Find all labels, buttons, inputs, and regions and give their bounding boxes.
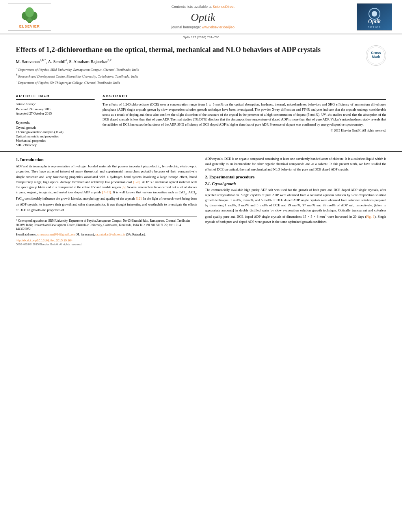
intro-paragraph-1: ADP and its isomorphs is representative … <box>16 164 197 213</box>
main-content: 1. Introduction ADP and its isomorphs is… <box>0 152 402 250</box>
svg-point-8 <box>372 11 377 17</box>
doi-line: Optik 127 (2016) 781–786 <box>0 34 402 39</box>
keyword-2: Thermogravimetric analysis (TGA) <box>16 130 95 134</box>
keywords-label: Keywords: <box>16 120 95 124</box>
intro-section-title: 1. Introduction <box>16 157 197 162</box>
keyword-4: Mechanical properties <box>16 139 95 143</box>
journal-name: Optik <box>191 11 215 24</box>
exp-section-title: 2. Experimental procedure <box>205 174 386 179</box>
elsevier-label: ELSEVIER <box>19 24 40 28</box>
fig1-link[interactable]: Fig. 1 <box>366 214 374 218</box>
body-left-col: 1. Introduction ADP and its isomorphs is… <box>16 156 197 246</box>
article-info-header: ARTICLE INFO <box>16 94 95 100</box>
science-direct-link[interactable]: ScienceDirect <box>213 5 235 9</box>
journal-homepage-line: journal homepage: www.elsevier.de/ijleo <box>171 25 234 29</box>
ref-link-12[interactable]: [12] <box>136 196 141 200</box>
email1-link[interactable]: srmsaravanan2014@gmail.com <box>37 233 75 236</box>
ref-link-7-11[interactable]: [7–11] <box>102 190 111 194</box>
article-header: Effects of 1,2-dichloroethane on the opt… <box>0 39 402 90</box>
keyword-3: Optical materials and properties <box>16 134 95 138</box>
abstract-header: ABSTRACT <box>102 94 386 100</box>
page: 🌿 ELSEVIER Contents lists available at S… <box>0 0 402 532</box>
crystal-growth-subsection: 2.1. Crystal growth <box>205 182 386 186</box>
elsevier-tree-icon: 🌿 <box>18 6 41 24</box>
divider <box>16 118 47 118</box>
article-history-label: Article history: <box>16 102 95 106</box>
optik-logo-box: Optik OPTICS <box>355 3 394 31</box>
crossmark-icon: Cross Mark <box>367 46 385 65</box>
svg-text:Mark: Mark <box>372 55 380 59</box>
email-note: E-mail addresses: srmsaravanan2014@gmail… <box>16 233 197 237</box>
abstract-col: ABSTRACT The effects of 1,2-Dichloroetha… <box>102 94 386 147</box>
issn-line: 0030-4026/© 2015 Elsevier GmbH. All righ… <box>16 243 197 246</box>
footnote-section: * Corresponding author at: SRM Universit… <box>16 217 197 246</box>
copyright-line: © 2015 Elsevier GmbH. All rights reserve… <box>102 129 386 132</box>
corresponding-author-note: * Corresponding author at: SRM Universit… <box>16 219 197 232</box>
keyword-1: Crystal growth <box>16 126 95 130</box>
body-right-col: ADP crystals. DCE is an organic compound… <box>205 156 386 246</box>
svg-text:Cross: Cross <box>371 51 381 55</box>
elsevier-logo-box: 🌿 ELSEVIER <box>8 3 51 31</box>
ref-link-6[interactable]: [6] <box>122 185 126 189</box>
email2-link[interactable]: sa_rajsekar@yahoo.co.in <box>95 233 125 236</box>
optik-logo-svg: Optik OPTICS <box>357 4 392 30</box>
affiliations: a Department of Physics, SRM University,… <box>16 66 358 85</box>
journal-homepage-link[interactable]: www.elsevier.de/ijleo <box>202 25 234 29</box>
crossmark-badge: Cross Mark <box>366 45 386 66</box>
keyword-5: SHG efficiency <box>16 143 95 147</box>
svg-text:🌿: 🌿 <box>28 21 31 24</box>
svg-text:OPTICS: OPTICS <box>368 26 381 28</box>
received-date: Received 24 January 2015 <box>16 107 95 111</box>
accepted-date: Accepted 27 October 2015 <box>16 111 95 115</box>
article-title: Effects of 1,2-dichloroethane on the opt… <box>16 45 323 54</box>
svg-point-4 <box>25 7 34 17</box>
authors-line: M. Saravanana,b,*, A. Senthila, S. Abrah… <box>16 58 358 64</box>
article-info-col: ARTICLE INFO Article history: Received 2… <box>16 94 95 147</box>
svg-text:Optik: Optik <box>368 19 381 24</box>
article-info-abstract-section: ARTICLE INFO Article history: Received 2… <box>0 90 402 152</box>
journal-header: 🌿 ELSEVIER Contents lists available at S… <box>0 0 402 33</box>
abstract-text: The effects of 1,2-Dichloroethane (DCE) … <box>102 102 386 127</box>
crystal-growth-paragraph: The commercially available high purity A… <box>205 187 386 224</box>
journal-center: Contents lists available at ScienceDirec… <box>51 3 355 31</box>
optik-logo-img: Optik OPTICS <box>357 3 392 31</box>
doi-footer-link[interactable]: http://dx.doi.org/10.1016/j.ijleo.2015.1… <box>16 239 197 242</box>
intro-paragraph-cont: ADP crystals. DCE is an organic compound… <box>205 156 386 172</box>
science-direct-line: Contents lists available at ScienceDirec… <box>171 5 234 9</box>
ref-link-1-5[interactable]: [1–5] <box>133 180 140 184</box>
